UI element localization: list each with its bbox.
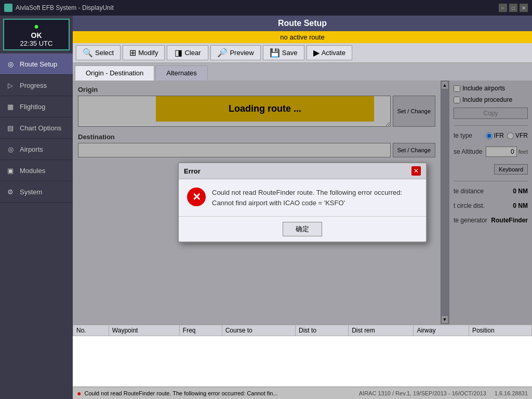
chart-options-icon: ▤ (5, 123, 16, 133)
sidebar-item-label-modules: Modules (20, 167, 45, 175)
dialog-title-bar: Error ✕ (179, 163, 426, 179)
sidebar-item-label-progress: Progress (20, 82, 47, 89)
error-dot: ● (77, 389, 81, 397)
clear-button[interactable]: ◨ Clear (167, 45, 208, 60)
airac-info: AIRAC 1310 / Rev.1, 19/SEP/2013 - 16/OCT… (359, 390, 486, 396)
modify-label: Modify (138, 49, 158, 57)
preview-label: Preview (230, 49, 254, 57)
save-button[interactable]: 💾 Save (263, 45, 304, 60)
status-indicator: ● (6, 22, 66, 31)
sidebar-item-modules[interactable]: ▣ Modules (0, 160, 73, 181)
route-setup-icon: ◎ (5, 59, 16, 69)
page-title: Route Setup (73, 16, 532, 31)
select-button[interactable]: 🔍 Select (76, 45, 121, 60)
sidebar-item-label-system: System (20, 188, 42, 196)
minimize-button[interactable]: − (499, 4, 507, 12)
window-title: AivlaSoft EFB System - DisplayUnit (16, 4, 114, 11)
sidebar-item-label-chart-options: Chart Options (20, 124, 61, 132)
error-icon: ✕ (187, 188, 206, 206)
sidebar-item-label-airports: Airports (20, 145, 43, 153)
dialog-close-button[interactable]: ✕ (411, 166, 421, 176)
col-waypoint: Waypoint (109, 325, 179, 336)
error-dialog-overlay: Error ✕ ✕ Could not read RouteFinder rou… (73, 81, 532, 324)
title-bar: AivlaSoft EFB System - DisplayUnit − □ ✕ (0, 0, 532, 16)
flightlog-icon: ▦ (5, 101, 16, 112)
tab-origin-destination[interactable]: Origin - Destination (75, 65, 154, 81)
sidebar-item-flightlog[interactable]: ▦ Flightlog (0, 96, 73, 117)
system-icon: ⚙ (5, 187, 16, 197)
dialog-message: Could not read RouteFinder route. The fo… (212, 188, 418, 208)
status-ok-label: OK (6, 31, 66, 39)
select-label: Select (95, 49, 114, 57)
bottom-error: ● Could not read RouteFinder route. The … (77, 389, 278, 397)
col-dist-to: Dist to (295, 325, 348, 336)
sidebar-item-label-route-setup: Route Setup (20, 60, 57, 68)
bottom-error-text: Could not read RouteFinder route. The fo… (84, 390, 277, 396)
modify-button[interactable]: ⊞ Modify (123, 45, 165, 60)
sidebar-item-airports[interactable]: ◎ Airports (0, 139, 73, 160)
tab-alternates[interactable]: Alternates (155, 65, 208, 81)
col-airway: Airway (414, 325, 469, 336)
col-no: No. (73, 325, 109, 336)
save-icon: 💾 (270, 48, 280, 58)
col-dist-rem: Dist rem (349, 325, 414, 336)
table-area: No. Waypoint Freq Course to Dist to Dist… (73, 324, 532, 387)
dialog-ok-button[interactable]: 确定 (283, 222, 322, 236)
bottom-right: AIRAC 1310 / Rev.1, 19/SEP/2013 - 16/OCT… (359, 390, 528, 396)
bottom-bar: ● Could not read RouteFinder route. The … (73, 387, 532, 399)
app-icon (4, 4, 12, 12)
sidebar-item-system[interactable]: ⚙ System (0, 181, 73, 203)
modify-icon: ⊞ (129, 48, 136, 58)
sidebar-item-label-flightlog: Flightlog (20, 103, 45, 111)
col-position: Position (469, 325, 531, 336)
progress-icon: ▷ (5, 80, 16, 90)
col-course-to: Course to (222, 325, 295, 336)
sidebar-item-progress[interactable]: ▷ Progress (0, 75, 73, 96)
main-panel: Origin Set / Change Loading route ... De… (73, 81, 532, 324)
modules-icon: ▣ (5, 165, 16, 176)
window-controls: − □ ✕ (499, 4, 528, 12)
status-banner: no active route (73, 31, 532, 43)
main-container: ● OK 22:35 UTC ◎ Route Setup ▷ Progress … (0, 16, 532, 399)
dialog-body: ✕ Could not read RouteFinder route. The … (179, 179, 426, 216)
save-label: Save (282, 49, 298, 57)
close-button[interactable]: ✕ (520, 4, 528, 12)
dialog-title: Error (184, 167, 201, 175)
error-dialog: Error ✕ ✕ Could not read RouteFinder rou… (178, 162, 427, 243)
activate-icon: ▶ (313, 48, 320, 58)
activate-button[interactable]: ▶ Activate (307, 45, 352, 60)
clear-label: Clear (184, 49, 201, 57)
sidebar-item-route-setup[interactable]: ◎ Route Setup (0, 54, 73, 75)
toolbar: 🔍 Select ⊞ Modify ◨ Clear 🔎 Preview 💾 Sa… (73, 43, 532, 63)
col-freq: Freq (179, 325, 222, 336)
clear-icon: ◨ (175, 48, 182, 58)
version-info: 1.6.16.28831 (495, 390, 528, 396)
select-icon: 🔍 (83, 48, 93, 58)
sidebar-item-chart-options[interactable]: ▤ Chart Options (0, 117, 73, 139)
tab-bar: Origin - Destination Alternates (73, 63, 532, 81)
preview-icon: 🔎 (217, 48, 228, 58)
content-area: Route Setup no active route 🔍 Select ⊞ M… (73, 16, 532, 399)
status-box: ● OK 22:35 UTC (3, 19, 70, 50)
dialog-footer: 确定 (179, 216, 426, 242)
status-time: 22:35 UTC (6, 39, 66, 47)
maximize-button[interactable]: □ (509, 4, 517, 12)
sidebar: ● OK 22:35 UTC ◎ Route Setup ▷ Progress … (0, 16, 73, 399)
airports-icon: ◎ (5, 144, 16, 154)
activate-label: Activate (322, 49, 345, 57)
preview-button[interactable]: 🔎 Preview (210, 45, 260, 60)
waypoint-table: No. Waypoint Freq Course to Dist to Dist… (73, 325, 532, 336)
